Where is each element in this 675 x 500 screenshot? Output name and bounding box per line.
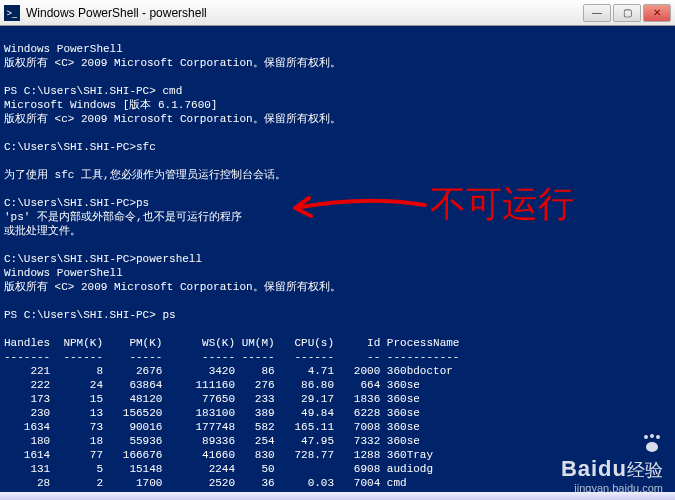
table-sep: ------- ------ ----- ----- ----- ------ … xyxy=(4,351,459,363)
maximize-button[interactable]: ▢ xyxy=(613,4,641,22)
window-title: Windows PowerShell - powershell xyxy=(26,6,207,20)
table-row: 221 8 2676 3420 86 4.71 2000 360bdoctor xyxy=(4,365,453,377)
prompt-line: PS C:\Users\SHI.SHI-PC> cmd xyxy=(4,85,182,97)
watermark-sub: 经验 xyxy=(627,460,663,480)
prompt-line: C:\Users\SHI.SHI-PC>powershell xyxy=(4,253,202,265)
table-row: 180 18 55936 89336 254 47.95 7332 360se xyxy=(4,435,420,447)
powershell-icon: >_ xyxy=(4,5,20,21)
line: Windows PowerShell xyxy=(4,43,123,55)
line: 版权所有 <C> 2009 Microsoft Corporation。保留所有… xyxy=(4,281,341,293)
table-row: 28 2 1700 2520 36 0.03 7004 cmd xyxy=(4,477,407,489)
line: Microsoft Windows [版本 6.1.7600] xyxy=(4,99,217,111)
watermark-brand: Baidu xyxy=(561,456,627,481)
prompt-line: C:\Users\SHI.SHI-PC>ps xyxy=(4,197,149,209)
watermark: Baidu经验 jingyan.baidu.com xyxy=(561,432,663,494)
table-row: 230 13 156520 183100 389 49.84 6228 360s… xyxy=(4,407,420,419)
line: Windows PowerShell xyxy=(4,267,123,279)
table-row: 1614 77 166676 41660 830 728.77 1288 360… xyxy=(4,449,433,461)
close-button[interactable]: ✕ xyxy=(643,4,671,22)
paw-icon xyxy=(641,432,663,454)
table-row: 222 24 63864 111160 276 86.80 664 360se xyxy=(4,379,420,391)
prompt-line: C:\Users\SHI.SHI-PC>sfc xyxy=(4,141,156,153)
prompt-line: PS C:\Users\SHI.SHI-PC> ps xyxy=(4,309,176,321)
error-line: 'ps' 不是内部或外部命令,也不是可运行的程序 xyxy=(4,211,242,223)
table-row: 131 5 15148 2244 50 6908 audiodg xyxy=(4,463,433,475)
taskbar[interactable] xyxy=(0,492,675,500)
table-row: 1634 73 90016 177748 582 165.11 7008 360… xyxy=(4,421,420,433)
table-header: Handles NPM(K) PM(K) WS(K) UM(M) CPU(s) … xyxy=(4,337,459,349)
titlebar: >_ Windows PowerShell - powershell — ▢ ✕ xyxy=(0,0,675,26)
line: 版权所有 <c> 2009 Microsoft Corporation。保留所有… xyxy=(4,113,341,125)
terminal-output[interactable]: Windows PowerShell 版权所有 <C> 2009 Microso… xyxy=(0,26,675,500)
minimize-button[interactable]: — xyxy=(583,4,611,22)
table-row: 173 15 48120 77650 233 29.17 1836 360se xyxy=(4,393,420,405)
line: 为了使用 sfc 工具,您必须作为管理员运行控制台会话。 xyxy=(4,169,286,181)
line: 版权所有 <C> 2009 Microsoft Corporation。保留所有… xyxy=(4,57,341,69)
error-line: 或批处理文件。 xyxy=(4,225,81,237)
